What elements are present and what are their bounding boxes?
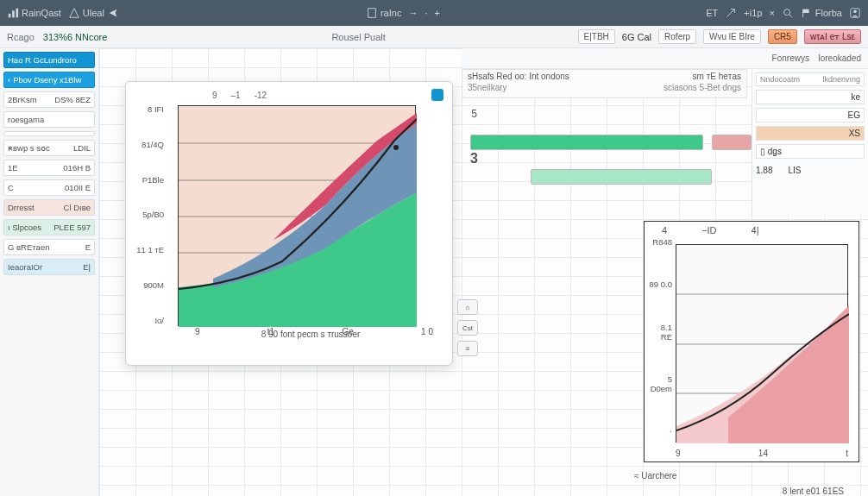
sidebar-row-4[interactable]: 1E016H B: [3, 160, 95, 176]
sidebar-row-5[interactable]: C010II E: [3, 179, 95, 196]
chart-home-button[interactable]: ⌂: [457, 299, 478, 315]
toolbar-arrow-icon[interactable]: [725, 7, 737, 19]
mini-chart-plot[interactable]: [676, 244, 848, 443]
mini-yticks: R848 89 0.0 8.1 RE 5 D0em ·: [648, 237, 672, 436]
myt4: ·: [648, 426, 672, 436]
xt3: 1 0: [421, 327, 433, 336]
app-subtitle: Uleal: [68, 7, 119, 19]
cp-h0: 9: [212, 91, 217, 100]
dropdown-wvu[interactable]: Wvu lE BIre: [703, 29, 761, 44]
ribbon-mid-tab[interactable]: Rousel Pualt: [331, 32, 385, 42]
ribbon-label-cal: 6G Cal: [622, 32, 651, 42]
xt1: t1: [267, 327, 274, 336]
th-r1-0: sHsafs Red oo: Int ondons: [468, 72, 569, 81]
sidebar-row-9[interactable]: IeaoraIOrE|: [3, 259, 95, 275]
gantt-bar-green[interactable]: [470, 135, 703, 150]
svg-line-5: [789, 15, 793, 18]
center-plus-icon[interactable]: +: [434, 8, 439, 18]
sr1a: roesgama: [8, 115, 44, 124]
sidebar-row-6[interactable]: DrresstCl Dıвe: [3, 199, 95, 216]
side-tag-3: 3: [470, 151, 478, 166]
rc-cell-3[interactable]: ▯ dgs: [756, 144, 865, 159]
rc-cell-1[interactable]: EG: [756, 108, 865, 122]
yt0: 8 IFI: [129, 104, 164, 114]
account-icon[interactable]: [849, 7, 861, 19]
plus-tip-button[interactable]: +i1p: [744, 8, 762, 18]
et-label: ET: [706, 8, 718, 18]
rc2b: XS: [849, 129, 860, 138]
dropdown-roferp[interactable]: Roferp: [658, 29, 696, 44]
svg-point-4: [783, 9, 789, 16]
sidebar-row-7[interactable]: ı SlpcoesPLEE 597: [3, 219, 95, 235]
center-arrow-icon[interactable]: →: [408, 8, 418, 18]
xt2: Ge: [342, 327, 353, 336]
svg-rect-6: [802, 9, 808, 13]
flag-button[interactable]: Florba: [801, 7, 842, 19]
center-item-0[interactable]: raInc: [366, 7, 401, 19]
sr6a: Drresst: [8, 203, 35, 212]
et-button[interactable]: ET: [706, 8, 718, 18]
plus-tip-label: +i1p: [744, 8, 762, 18]
svg-rect-2: [16, 9, 19, 18]
sr4a: 1E: [8, 163, 18, 173]
subhdr-right: Ioreokaded: [818, 53, 861, 63]
sidebar-row-3[interactable]: ʀвwр s sɢcLDIL: [3, 140, 95, 156]
sr0b: DS% 8EZ: [54, 95, 91, 104]
svg-point-9: [853, 10, 857, 14]
search-icon[interactable]: [782, 7, 794, 19]
sidebar-back-label: Pbov Dseny x1Blw: [13, 75, 81, 85]
svg-rect-3: [368, 9, 376, 18]
ribbon-label-etbh[interactable]: E|TBH: [578, 29, 615, 44]
sr3b: LDIL: [73, 143, 91, 153]
side-tag-5: 5: [471, 108, 477, 120]
gantt-bar-pink[interactable]: [712, 135, 752, 150]
sub-header: Fonrewys Ioreokaded: [462, 48, 868, 69]
th-r2-0: 35neilkary: [468, 83, 507, 92]
rc1b: EG: [848, 110, 860, 120]
mc-h1: −ID: [701, 225, 716, 235]
right-column: Nndocoatmlkdnenvıng ke EG XS ▯ dgs 1.88L…: [752, 69, 868, 216]
th-r2-1: sciasons 5-Bet dngs: [664, 83, 741, 92]
chart-cst-button[interactable]: Cst: [457, 320, 478, 336]
sr9a: IeaoraIOr: [8, 262, 42, 272]
app-name: RainQast: [22, 8, 61, 18]
sr7b: PLEE 597: [53, 223, 91, 232]
chart-menu-button[interactable]: ≡: [457, 341, 478, 356]
rc3a: ▯ dgs: [760, 147, 782, 156]
sidebar-banner: Hao R GcLundroro: [3, 52, 95, 68]
sr8a: G вREтaen: [8, 242, 49, 252]
ribbon-bar: Rcago 313%6 NNcore Rousel Pualt E|TBH 6G…: [0, 26, 868, 48]
sidebar-row-8[interactable]: G вREтaenE: [3, 239, 95, 255]
th-r1-1: sm тE heтas: [693, 72, 741, 81]
sidebar-row-0[interactable]: 2BrKsmDS% 8EZ: [3, 91, 95, 108]
sidebar-row-1[interactable]: roesgama: [3, 111, 95, 128]
btn-red-action[interactable]: wτᴀI eᴛ Lsε: [804, 29, 861, 44]
center-label-0: raInc: [381, 8, 401, 18]
mxt2: t: [846, 449, 848, 458]
rc-h1: lkdnenvıng: [822, 75, 860, 84]
ribbon-tab-1[interactable]: 313%6 NNcore: [43, 32, 108, 42]
rc-cell-2[interactable]: XS: [756, 126, 865, 141]
rc4a: 1.88: [756, 166, 772, 175]
yt2: P1Ble: [129, 175, 164, 185]
gantt-bar-lightgreen[interactable]: [531, 169, 712, 185]
ribbon-tab-0[interactable]: Rcago: [7, 32, 35, 42]
app-topbar: RainQast Uleal raInc → · + ET +i1p × Flo…: [0, 0, 868, 26]
left-sidebar: Hao R GcLundroro ‹ Pbov Dseny x1Blw 2BrK…: [0, 48, 99, 496]
chart-popup-panel: 9 –1 -12 8 IFI 81/4Q P1Ble 5p/B0 11 1 тE…: [125, 81, 453, 366]
rc-cell-0[interactable]: ke: [756, 90, 865, 104]
btn-cr5[interactable]: CR5: [768, 29, 797, 44]
rc-outer: 1.88LIS: [756, 166, 865, 175]
main-chart-plot[interactable]: [178, 105, 416, 326]
subhdr-left: Fonrewys: [772, 53, 809, 63]
myt3: 5 D0em: [648, 374, 672, 393]
sidebar-back-button[interactable]: ‹ Pbov Dseny x1Blw: [3, 72, 95, 88]
rc4b: LIS: [788, 166, 801, 175]
sidebar-divider: [3, 131, 95, 136]
pin-icon[interactable]: [431, 89, 443, 101]
close-button[interactable]: ×: [769, 8, 774, 18]
svg-point-15: [393, 145, 399, 150]
myt1: 89 0.0: [648, 279, 672, 289]
yt5: 900M: [129, 280, 164, 290]
myt0: R848: [648, 237, 672, 247]
